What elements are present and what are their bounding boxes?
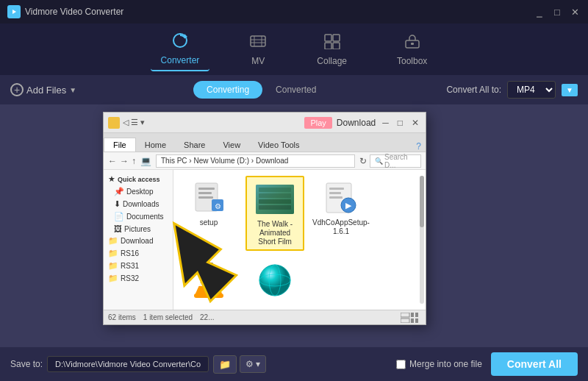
search-placeholder: Search D... <box>384 153 416 169</box>
merge-checkbox-label[interactable]: Merge into one file <box>396 359 482 369</box>
file-item-walk[interactable]: The Walk - Animated Short Film <box>245 176 304 251</box>
nav-label-collage: Collage <box>317 56 347 66</box>
dialog-body: ★ Quick access 📌 Desktop ⬇ Downloads 📄 D… <box>104 170 426 310</box>
svg-text:▶: ▶ <box>345 201 352 210</box>
save-actions: 📁 ⚙ ▾ <box>213 355 266 374</box>
save-path-input[interactable] <box>47 356 209 372</box>
dialog-scrollbar[interactable] <box>420 176 424 304</box>
titlebar-left: Vidmore Video Converter <box>7 5 123 18</box>
dialog-tab-share[interactable]: Share <box>175 138 214 152</box>
settings-button[interactable]: ⚙ ▾ <box>240 355 266 373</box>
sidebar-item-download-folder[interactable]: 📁 Download <box>104 235 173 247</box>
address-search[interactable]: 🔍 Search D... <box>370 154 421 168</box>
close-icon[interactable]: ✕ <box>569 7 581 18</box>
dialog-titlebar: ◁ ☰ ▾ Play Download ─ □ ✕ <box>104 113 426 133</box>
converter-icon <box>171 32 189 52</box>
walk-file-icon <box>256 180 294 218</box>
nav-item-collage[interactable]: Collage <box>306 29 357 71</box>
nav-label-toolbox: Toolbox <box>397 56 427 66</box>
toolbar: + Add Files ▼ Converting Converted Conve… <box>0 75 588 104</box>
svg-rect-35 <box>198 283 220 286</box>
sidebar-item-pictures[interactable]: 🖼 Pictures <box>104 223 173 235</box>
sidebar-item-documents[interactable]: 📄 Documents <box>104 210 173 223</box>
svg-rect-9 <box>325 35 331 41</box>
svg-point-38 <box>259 265 290 296</box>
vdh-file-label: VdhCoAppSetup- 1.6.1 <box>312 218 370 236</box>
down-chevron-icon: ▾ <box>140 118 145 127</box>
view-mode-icons[interactable] <box>401 313 421 323</box>
play-badge: Play <box>304 117 331 129</box>
setup-file-icon: ⚙ <box>190 179 228 217</box>
add-files-dropdown-arrow[interactable]: ▼ <box>69 86 76 94</box>
vdh-file-icon: ▶ <box>322 179 360 217</box>
statusbar-selected: 1 item selected <box>143 313 193 321</box>
nav-item-converter[interactable]: Converter <box>151 28 210 71</box>
file-dialog: ◁ ☰ ▾ Play Download ─ □ ✕ File Home Shar… <box>103 112 426 325</box>
add-files-button[interactable]: + Add Files ▼ <box>10 83 76 96</box>
svg-rect-36 <box>194 293 223 298</box>
add-files-icon: + <box>10 83 24 96</box>
sidebar-item-rs31[interactable]: 📁 RS31 <box>104 260 173 272</box>
convert-all-to-label: Convert All to: <box>446 85 501 95</box>
merge-checkbox-input[interactable] <box>396 360 406 369</box>
svg-text:⚙: ⚙ <box>215 202 221 210</box>
address-path-text: This PC › New Volume (D:) › Download <box>161 157 288 165</box>
address-path[interactable]: This PC › New Volume (D:) › Download <box>156 154 355 168</box>
sidebar-item-rs16[interactable]: 📁 RS16 <box>104 247 173 260</box>
nav-label-mv: MV <box>251 56 265 66</box>
quick-access-button[interactable] <box>108 117 120 129</box>
file-item-sphere[interactable] <box>245 258 304 304</box>
dialog-help-icon[interactable]: ? <box>412 141 426 152</box>
back-nav-icon[interactable]: ← <box>108 156 117 166</box>
svg-rect-28 <box>329 188 344 190</box>
dialog-tab-videotools[interactable]: Video Tools <box>249 138 308 152</box>
save-to-label: Save to: <box>10 359 43 369</box>
dialog-close-icon[interactable]: ✕ <box>409 118 421 128</box>
sidebar-item-rs32[interactable]: 📁 RS32 <box>104 272 173 285</box>
maximize-icon[interactable]: □ <box>551 7 563 18</box>
up-nav-icon[interactable]: ↑ <box>132 156 136 166</box>
sidebar-item-desktop[interactable]: 📌 Desktop <box>104 185 173 198</box>
nav-label-converter: Converter <box>161 55 200 65</box>
nav-item-mv[interactable]: MV <box>239 29 277 71</box>
collage-icon <box>323 33 341 53</box>
sphere-file-icon <box>256 261 294 299</box>
toolbar-left: + Add Files ▼ <box>10 83 76 96</box>
convert-all-button[interactable]: Convert All <box>491 352 578 376</box>
svg-rect-16 <box>198 188 215 190</box>
sidebar-item-downloads[interactable]: ⬇ Downloads <box>104 198 173 210</box>
tab-converting[interactable]: Converting <box>193 81 262 99</box>
documents-icon: 📄 <box>114 212 124 221</box>
vlc-file-icon <box>190 261 228 299</box>
statusbar-count: 62 items <box>108 313 136 321</box>
quick-access-icon: ★ <box>108 174 115 184</box>
forward-nav-icon[interactable]: → <box>120 156 129 166</box>
format-dropdown-arrow[interactable]: ▼ <box>562 84 578 96</box>
dialog-sidebar: ★ Quick access 📌 Desktop ⬇ Downloads 📄 D… <box>104 170 173 310</box>
sidebar-label-downloads: Downloads <box>123 200 159 208</box>
svg-rect-46 <box>415 318 418 323</box>
svg-rect-10 <box>333 35 340 41</box>
refresh-icon[interactable]: ↻ <box>359 156 367 166</box>
dialog-tab-view[interactable]: View <box>214 138 249 152</box>
folder-download-icon: 📁 <box>108 236 118 246</box>
minimize-icon[interactable]: ⎯ <box>534 7 545 18</box>
sidebar-item-quick-access[interactable]: ★ Quick access <box>104 173 173 185</box>
browse-folder-button[interactable]: 📁 <box>213 355 237 374</box>
nav-item-toolbox[interactable]: Toolbox <box>387 29 437 71</box>
pc-icon: 💻 <box>140 156 151 166</box>
dialog-minimize-icon[interactable]: ─ <box>380 118 391 128</box>
svg-rect-44 <box>415 313 418 317</box>
dialog-tab-home[interactable]: Home <box>136 138 175 152</box>
tab-converted[interactable]: Converted <box>262 81 329 99</box>
file-item-vdh[interactable]: ▶ VdhCoAppSetup- 1.6.1 <box>312 176 370 251</box>
file-item-setup[interactable]: ⚙ setup <box>179 176 238 251</box>
format-select[interactable]: MP4 AVI MOV MKV <box>507 81 556 99</box>
titlebar-controls: ⎯ □ ✕ <box>534 7 581 18</box>
dialog-maximize-icon[interactable]: □ <box>395 118 405 128</box>
file-item-vlc[interactable] <box>179 258 238 304</box>
view-icon: ☰ <box>131 118 138 127</box>
statusbar-size: 22... <box>200 313 214 321</box>
dialog-tab-file[interactable]: File <box>104 138 136 152</box>
svg-rect-12 <box>333 43 340 49</box>
